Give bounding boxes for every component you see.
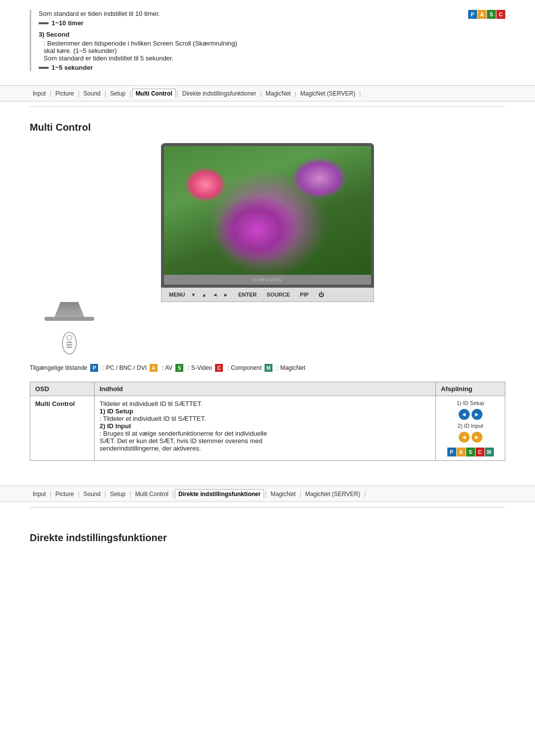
sep4: | (129, 90, 132, 97)
table-header-afspilning: Afspilning (436, 382, 505, 396)
direkte-heading: Direkte indstillingsfunktioner (30, 532, 505, 544)
second-bullet: 1~5 sekunder (39, 64, 458, 71)
nav-multicontrol-1[interactable]: Multi Control (132, 89, 176, 98)
pasc-row-table: P A S C M (447, 448, 494, 456)
sep6: | (259, 90, 263, 97)
menu-button: MENU (169, 292, 185, 298)
second-bullet-label: 1~5 sekunder (52, 64, 93, 71)
monitor-screen (164, 146, 371, 275)
content-line-6: SÆT. Det er kun det SÆT, hvis ID stemmer… (100, 437, 430, 445)
legend-av: : AV (162, 364, 172, 371)
down-button: ▼ (191, 292, 196, 298)
nav-direkte-2[interactable]: Direkte indstillingsfunktioner (175, 489, 264, 499)
badge-m-icon: M (265, 364, 272, 372)
cell-content: Tildeler et individuelt ID til SÆTTET. 1… (95, 396, 436, 461)
pasc-letters: P A S C (468, 10, 505, 19)
power-button: ⏻ (319, 292, 324, 298)
osd-table: OSD Indhold Afspilning Multi Control Til… (30, 382, 505, 461)
nav-setup-2[interactable]: Setup (107, 490, 128, 499)
nav-picture-2[interactable]: Picture (53, 490, 77, 499)
nav-bar-1: Input | Picture | Sound | Setup | Multi … (0, 85, 535, 101)
badge-s-icon: S (175, 364, 183, 372)
samsung-logo: SAMSUNG (253, 277, 282, 282)
legend: Tilgængelige tilstande P : PC / BNC / DV… (30, 364, 505, 372)
arrow-left-orange: ◄ (459, 432, 470, 443)
svg-rect-3 (66, 344, 72, 346)
svg-rect-4 (66, 347, 72, 348)
nav-magicnetserver-1[interactable]: MagicNet (SERVER) (297, 89, 358, 98)
pasc-badge-top: P A S C (468, 10, 505, 75)
nav-magicnet-2[interactable]: MagicNet (268, 490, 299, 499)
nav-input-2[interactable]: Input (30, 490, 49, 499)
source-button: SOURCE (267, 292, 290, 298)
monitor-stand (54, 302, 84, 317)
sep2: | (77, 90, 80, 97)
nav-sound-1[interactable]: Sound (80, 89, 104, 98)
nav-picture-1[interactable]: Picture (53, 89, 77, 98)
flower-background (164, 146, 371, 275)
sep7: | (294, 90, 297, 97)
pasc-c: C (496, 10, 505, 19)
sep2-8: | (363, 491, 367, 498)
pasc-a: A (478, 10, 486, 19)
pasc-p: P (468, 10, 477, 19)
monitor-frame: SAMSUNG (161, 143, 374, 288)
pasc-s: S (487, 10, 496, 19)
monitor-bottom-bar: SAMSUNG (164, 275, 371, 285)
second-desc2: skal køre. (1~5 sekunder) (44, 47, 458, 54)
table-header-indhold: Indhold (95, 382, 436, 396)
display-icons: 1) ID Setup ◄ ► 2) ID Input ◄ ► P A (441, 400, 500, 456)
nav-magicnet-1[interactable]: MagicNet (263, 89, 294, 98)
legend-magicnet: : MagicNet (277, 364, 305, 371)
sep2-6: | (264, 491, 268, 498)
pasc-m-table: M (485, 448, 494, 456)
nav-input-1[interactable]: Input (30, 89, 49, 98)
sep2-3: | (104, 491, 107, 498)
divider-1 (30, 106, 505, 107)
timer-bullet-label: 1~10 timer (52, 19, 84, 27)
enter-button: ENTER (238, 292, 257, 298)
legend-component: : Component (227, 364, 262, 371)
monitor-base (45, 317, 94, 321)
monitor-controls-bar: MENU ▼ ▲ ◄ ► ENTER SOURCE PIP ⏻ (161, 288, 374, 302)
nav-magicnetserver-2[interactable]: MagicNet (SERVER) (302, 490, 363, 499)
nav-setup-1[interactable]: Setup (107, 89, 128, 98)
arrow-right-blue: ► (472, 409, 482, 420)
up-button: ▲ (202, 292, 207, 298)
pasc-p-table: P (447, 448, 456, 456)
sep2-2: | (77, 491, 80, 498)
svg-rect-2 (66, 342, 72, 343)
left-button: ◄ (213, 292, 217, 298)
top-section: Som standard er tiden indstillet til 10 … (0, 0, 535, 85)
content-line-2: 1) ID Setup (100, 407, 430, 415)
remote-icon (59, 331, 505, 359)
sep2-1: | (49, 491, 53, 498)
table-row: Multi Control Tildeler et individuelt ID… (30, 396, 505, 461)
pasc-c-table: C (476, 448, 484, 456)
second-desc1: : Bestemmer den tidsperiode i hvilken Sc… (44, 40, 458, 47)
sep3: | (104, 90, 107, 97)
nav-multicontrol-2[interactable]: Multi Control (132, 490, 171, 499)
cell-osd: Multi Control (30, 396, 95, 461)
display-label-1: 1) ID Setup (457, 400, 484, 406)
pasc-s-table: S (466, 448, 475, 456)
second-title: 3) Second (39, 31, 458, 38)
sep2-5: | (171, 491, 175, 498)
content-line-5: : Bruges til at vælge senderfunktionerne… (100, 430, 430, 437)
nav-direkte-1[interactable]: Direkte indstillingsfunktioner (179, 89, 259, 98)
display-label-2: 2) ID Input (458, 423, 483, 429)
timer-text: Som standard er tiden indstillet til 10 … (39, 10, 458, 17)
bullet-bar2-icon (39, 67, 49, 69)
display-row-2: ◄ ► (459, 432, 482, 443)
monitor-container: SAMSUNG MENU ▼ ▲ ◄ ► ENTER SOURCE PIP ⏻ (30, 143, 505, 321)
arrow-left-blue: ◄ (459, 409, 470, 420)
display-row-1: ◄ ► (459, 409, 482, 420)
bullet-bar-icon (39, 22, 49, 24)
cell-display: 1) ID Setup ◄ ► 2) ID Input ◄ ► P A (436, 396, 505, 461)
second-desc3: Som standard er tiden indstillet til 5 s… (44, 54, 458, 62)
nav-sound-2[interactable]: Sound (80, 490, 104, 499)
divider-2 (30, 507, 505, 507)
legend-svideo: : S-Video (188, 364, 212, 371)
sep2-7: | (299, 491, 302, 498)
sep5: | (176, 90, 179, 97)
